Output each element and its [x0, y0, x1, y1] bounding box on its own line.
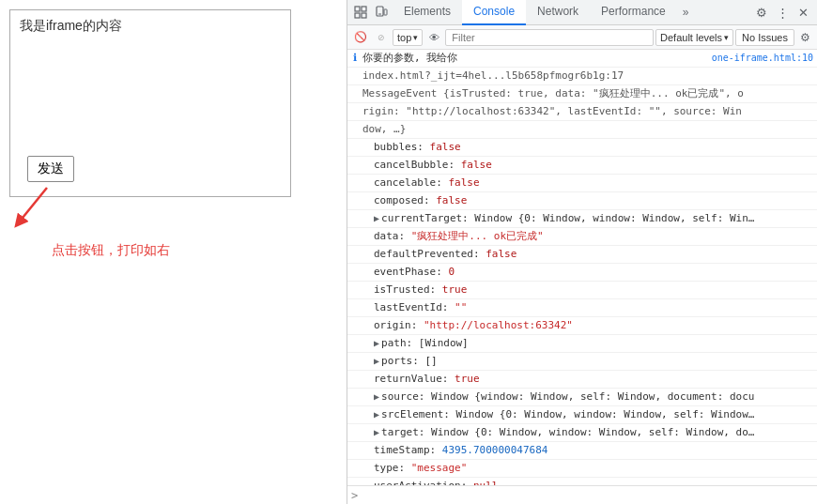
console-line: userActivation: null — [347, 478, 817, 485]
console-line: eventPhase: 0 — [347, 264, 817, 282]
hint-text: 点击按钮，打印如右 — [52, 242, 170, 259]
line-content: lastEventId: "" — [362, 300, 813, 315]
line-content: defaultPrevented: false — [362, 247, 813, 262]
expand-arrow[interactable]: ▶ — [374, 356, 379, 366]
devtools-panel: Elements Console Network Performance » ⚙… — [347, 0, 817, 504]
line-gutter: ℹ — [347, 51, 362, 66]
expand-arrow[interactable]: ▶ — [374, 391, 379, 402]
expand-arrow[interactable]: ▶ — [374, 338, 379, 348]
console-line: returnValue: true — [347, 371, 817, 389]
iframe-box: 我是iframe的内容 发送 — [9, 9, 291, 197]
tab-console[interactable]: Console — [462, 0, 526, 25]
console-line: cancelable: false — [347, 175, 817, 192]
console-line: cancelBubble: false — [347, 157, 817, 175]
line-content: ▶source: Window {window: Window, self: W… — [362, 389, 813, 405]
stop-button[interactable]: ⊘ — [372, 28, 391, 47]
line-content: userActivation: null — [362, 479, 813, 485]
line-content: ▶srcElement: Window {0: Window, window: … — [362, 407, 813, 422]
inspect-icon[interactable] — [351, 3, 370, 22]
line-source[interactable]: one-iframe.html:10 — [704, 51, 813, 66]
line-content: cancelBubble: false — [362, 158, 813, 173]
console-line: ▶ports: [] — [347, 353, 817, 371]
line-content: rigin: "http://localhost:63342", lastEve… — [362, 104, 813, 119]
console-line: ▶currentTarget: Window {0: Window, windo… — [347, 210, 817, 228]
arrow-icon — [9, 183, 61, 235]
console-settings-icon[interactable]: ⚙ — [796, 29, 813, 46]
more-options-button[interactable]: ⋮ — [772, 2, 793, 23]
tab-performance[interactable]: Performance — [590, 0, 677, 25]
svg-rect-3 — [362, 7, 366, 11]
console-line: timeStamp: 4395.700000047684 — [347, 442, 817, 460]
expand-arrow[interactable]: ▶ — [374, 409, 379, 420]
console-line: ℹ你要的参数, 我给你one-iframe.html:10 — [347, 50, 817, 68]
line-content: type: "message" — [362, 461, 813, 476]
console-line: ▶source: Window {window: Window, self: W… — [347, 389, 817, 406]
chevron-down-icon: ▾ — [724, 33, 729, 42]
console-line: defaultPrevented: false — [347, 246, 817, 264]
expand-arrow[interactable]: ▶ — [374, 427, 379, 437]
svg-rect-7 — [384, 9, 387, 15]
line-content: eventPhase: 0 — [362, 265, 813, 280]
tab-network[interactable]: Network — [526, 0, 590, 25]
log-levels-selector[interactable]: Default levels ▾ — [655, 29, 733, 46]
line-content: composed: false — [362, 193, 813, 208]
settings-button[interactable]: ⚙ — [751, 2, 772, 23]
console-line: ▶target: Window {0: Window, window: Wind… — [347, 424, 817, 442]
iframe-content: 我是iframe的内容 — [10, 10, 290, 42]
more-tabs-button[interactable]: » — [677, 6, 695, 19]
console-line: isTrusted: true — [347, 282, 817, 299]
line-content: 你要的参数, 我给你 — [362, 51, 704, 66]
expand-arrow[interactable]: ▶ — [374, 213, 379, 223]
arrow-container — [9, 183, 61, 237]
line-content: timeStamp: 4395.700000047684 — [362, 443, 813, 458]
context-selector[interactable]: top ▾ — [393, 29, 423, 46]
console-output: ℹ你要的参数, 我给你one-iframe.html:10index.html?… — [347, 50, 817, 485]
filter-input[interactable] — [445, 29, 654, 46]
console-line: index.html?_ijt=4hel...l5b658pfmogr6b1g:… — [347, 68, 817, 85]
clear-console-button[interactable]: 🚫 — [351, 28, 370, 47]
line-content: ▶target: Window {0: Window, window: Wind… — [362, 425, 813, 440]
line-content: data: "疯狂处理中... ok已完成" — [362, 229, 813, 244]
console-line: bubbles: false — [347, 139, 817, 157]
console-line: MessageEvent {isTrusted: true, data: "疯狂… — [347, 85, 817, 103]
console-line: ▶srcElement: Window {0: Window, window: … — [347, 406, 817, 424]
no-issues-button[interactable]: No Issues — [735, 29, 794, 46]
console-line: origin: "http://localhost:63342" — [347, 317, 817, 335]
line-content: dow, …} — [362, 122, 813, 137]
line-content: ▶ports: [] — [362, 354, 813, 369]
line-content: isTrusted: true — [362, 283, 813, 298]
console-input-row: > — [347, 485, 817, 504]
left-panel: 我是iframe的内容 发送 点击按钮，打印如右 — [0, 0, 347, 504]
line-content: index.html?_ijt=4hel...l5b658pfmogr6b1g:… — [362, 69, 813, 84]
svg-rect-4 — [355, 13, 360, 18]
line-content: cancelable: false — [362, 176, 813, 191]
line-content: returnValue: true — [362, 372, 813, 387]
line-content: ▶currentTarget: Window {0: Window, windo… — [362, 211, 813, 226]
svg-rect-5 — [362, 13, 366, 18]
console-line: data: "疯狂处理中... ok已完成" — [347, 228, 817, 246]
line-content: ▶path: [Window] — [362, 336, 813, 351]
line-content: MessageEvent {isTrusted: true, data: "疯狂… — [362, 86, 813, 101]
console-line: dow, …} — [347, 121, 817, 139]
svg-line-1 — [19, 188, 47, 222]
console-line: type: "message" — [347, 460, 817, 478]
console-line: composed: false — [347, 192, 817, 210]
console-line: rigin: "http://localhost:63342", lastEve… — [347, 103, 817, 121]
line-content: origin: "http://localhost:63342" — [362, 318, 813, 333]
line-content: bubbles: false — [362, 140, 813, 155]
console-line: lastEventId: "" — [347, 299, 817, 317]
send-button[interactable]: 发送 — [27, 156, 74, 182]
eye-icon[interactable]: 👁 — [424, 28, 443, 47]
console-line: ▶path: [Window] — [347, 335, 817, 353]
console-input[interactable] — [362, 489, 813, 501]
chevron-down-icon: ▾ — [413, 33, 418, 42]
close-devtools-button[interactable]: ✕ — [793, 2, 813, 23]
tab-elements[interactable]: Elements — [393, 0, 462, 25]
svg-rect-2 — [355, 7, 360, 11]
console-controls: 🚫 ⊘ top ▾ 👁 Default levels ▾ No Issues ⚙ — [347, 25, 817, 50]
devtools-tab-bar: Elements Console Network Performance » ⚙… — [347, 0, 817, 25]
console-prompt: > — [351, 489, 358, 502]
device-icon[interactable] — [372, 3, 391, 22]
